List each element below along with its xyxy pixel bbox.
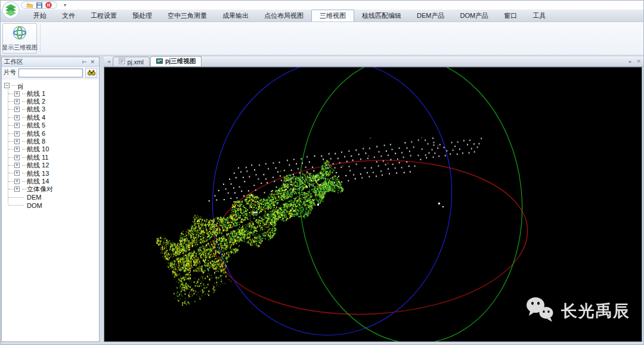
tree-item-1[interactable]: +航线 2 (2, 98, 99, 105)
expand-icon[interactable]: + (14, 107, 20, 112)
workspace-panel-header: 工作区 ⊢ ✕ (2, 57, 99, 67)
tree-item-2[interactable]: +航线 3 (2, 105, 99, 113)
quick-access-dropdown-icon[interactable]: ▾ (64, 1, 66, 9)
workspace-panel-title: 工作区 (4, 58, 23, 66)
menu-tab-7[interactable]: 三维视图 (311, 10, 354, 21)
expand-icon[interactable]: + (14, 99, 20, 104)
menu-tab-4[interactable]: 空中三角测量 (160, 10, 215, 21)
tab-scroll-left-icon[interactable]: ◂ (105, 58, 113, 64)
expand-icon[interactable]: + (14, 115, 20, 120)
expand-icon[interactable]: + (14, 139, 20, 144)
ribbon-group-separator (40, 24, 41, 52)
tree-item-0[interactable]: +航线 1 (2, 89, 99, 97)
expand-icon[interactable]: + (14, 187, 20, 192)
expand-icon[interactable]: + (14, 131, 20, 136)
3d-viewport[interactable] (104, 67, 642, 341)
menu-tab-5[interactable]: 成果输出 (215, 10, 256, 21)
workspace-panel: 工作区 ⊢ ✕ 片号 (1, 57, 100, 342)
title-bar: ▾ (1, 1, 643, 10)
expand-icon[interactable]: + (14, 155, 20, 160)
expand-icon[interactable]: + (14, 91, 20, 97)
menu-tab-8[interactable]: 核线匹配编辑 (354, 10, 409, 21)
app-logo-icon (2, 1, 20, 19)
menu-tab-1[interactable]: 文件 (54, 10, 83, 21)
expand-icon[interactable]: + (14, 179, 20, 184)
tree-item-12[interactable]: +立体像对 (2, 185, 99, 193)
photo-id-label: 片号 (4, 69, 16, 77)
tree-item-3[interactable]: +航线 4 (2, 114, 99, 122)
ribbon: 显示三维视图 (1, 22, 643, 55)
menu-bar: 开始文件工程设置预处理空中三角测量成果输出点位布局视图三维视图核线匹配编辑DEM… (1, 10, 643, 22)
tree-item-8[interactable]: +航线 11 (2, 154, 99, 161)
photo-id-input[interactable] (18, 69, 83, 77)
tree-item-6[interactable]: +航线 8 (2, 138, 99, 145)
workspace-tree: −pj+航线 1+航线 2+航线 3+航线 4+航线 5+航线 6+航线 8+航… (2, 79, 99, 341)
menu-tab-11[interactable]: 窗口 (496, 10, 525, 21)
binoculars-icon (88, 69, 95, 77)
expand-icon[interactable]: + (14, 123, 20, 128)
show-3d-view-button[interactable]: 显示三维视图 (2, 23, 37, 54)
tree-item-14[interactable]: DOM (2, 201, 99, 209)
tree-root-pj[interactable]: −pj (2, 82, 99, 89)
tab-scroll-right-icon[interactable]: ▸ (627, 58, 634, 64)
document-area: ◂ pj.xmlpj三维视图 ▸ ✕ (104, 57, 643, 342)
3d-view-icon (13, 26, 27, 42)
menu-tab-3[interactable]: 预处理 (125, 10, 160, 21)
document-tab-1[interactable]: pj三维视图 (150, 56, 202, 66)
3d-view-tab-icon (156, 58, 163, 66)
menu-tab-10[interactable]: DOM产品 (452, 10, 496, 21)
close-panel-icon[interactable]: ✕ (88, 59, 97, 65)
document-tab-0[interactable]: pj.xml (113, 57, 150, 66)
menu-tab-9[interactable]: DEM产品 (409, 10, 452, 21)
close-document-icon[interactable]: ✕ (634, 58, 643, 64)
menu-tab-12[interactable]: 工具 (525, 10, 553, 21)
pause-icon[interactable] (45, 2, 52, 8)
expand-icon[interactable]: + (14, 170, 20, 176)
open-project-icon[interactable] (26, 2, 33, 8)
quick-access-toolbar (21, 1, 57, 9)
tree-item-13[interactable]: DEM (2, 193, 99, 201)
tree-item-4[interactable]: +航线 5 (2, 122, 99, 129)
search-button[interactable] (85, 68, 97, 78)
tree-item-7[interactable]: +航线 10 (2, 145, 99, 153)
xml-document-icon (119, 58, 125, 66)
menu-tab-2[interactable]: 工程设置 (83, 10, 125, 21)
application-window: ▾ 开始文件工程设置预处理空中三角测量成果输出点位布局视图三维视图核线匹配编辑D… (0, 0, 644, 345)
photo-id-filter-row: 片号 (2, 67, 99, 79)
show-3d-view-label: 显示三维视图 (2, 43, 38, 52)
save-icon[interactable] (36, 2, 42, 8)
pin-icon[interactable]: ⊢ (80, 59, 89, 65)
document-tab-bar: ◂ pj.xmlpj三维视图 ▸ ✕ (104, 57, 643, 67)
tree-item-10[interactable]: +航线 13 (2, 169, 99, 177)
tree-item-5[interactable]: +航线 6 (2, 129, 99, 137)
tree-item-9[interactable]: +航线 12 (2, 161, 99, 169)
3d-viewport-frame: 长光禹辰 (104, 67, 642, 342)
tree-item-11[interactable]: +航线 14 (2, 178, 99, 185)
expand-icon[interactable]: + (14, 163, 20, 168)
menu-tab-0[interactable]: 开始 (26, 10, 54, 21)
panel-splitter[interactable] (100, 55, 104, 342)
collapse-icon[interactable]: − (4, 83, 10, 88)
menu-tab-6[interactable]: 点位布局视图 (256, 10, 311, 21)
expand-icon[interactable]: + (14, 147, 20, 152)
